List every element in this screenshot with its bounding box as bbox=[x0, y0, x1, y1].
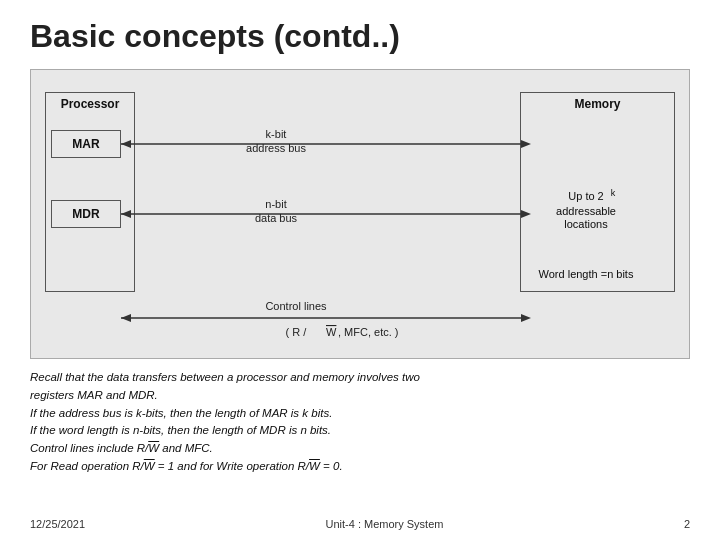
mdr-box: MDR bbox=[51, 200, 121, 228]
slide: Basic concepts (contd..) Processor MAR M… bbox=[0, 0, 720, 540]
body-line-2: registers MAR and MDR. bbox=[30, 387, 690, 405]
svg-text:data bus: data bus bbox=[255, 212, 298, 224]
footer-date: 12/25/2021 bbox=[30, 518, 85, 530]
memory-label: Memory bbox=[574, 93, 620, 111]
footer: 12/25/2021 Unit-4 : Memory System 2 bbox=[30, 518, 690, 530]
processor-box: Processor bbox=[45, 92, 135, 292]
svg-marker-16 bbox=[521, 314, 531, 322]
footer-page: 2 bbox=[684, 518, 690, 530]
svg-text:address bus: address bus bbox=[246, 142, 306, 154]
svg-text:Control lines: Control lines bbox=[265, 300, 327, 312]
memory-box: Memory bbox=[520, 92, 675, 292]
body-line-3: If the address bus is k-bits, then the l… bbox=[30, 405, 690, 423]
footer-unit: Unit-4 : Memory System bbox=[325, 518, 443, 530]
body-line-1: Recall that the data transfers between a… bbox=[30, 369, 690, 387]
mar-box: MAR bbox=[51, 130, 121, 158]
svg-marker-17 bbox=[121, 314, 131, 322]
diagram-area: Processor MAR MDR Memory k-bit address b… bbox=[30, 69, 690, 359]
body-line-4: If the word length is n-bits, then the l… bbox=[30, 422, 690, 440]
slide-title: Basic concepts (contd..) bbox=[30, 18, 690, 55]
mar-label: MAR bbox=[72, 137, 99, 151]
body-line-6: For Read operation R/W = 1 and for Write… bbox=[30, 458, 690, 476]
svg-text:k-bit: k-bit bbox=[266, 128, 287, 140]
body-line-5: Control lines include R/W and MFC. bbox=[30, 440, 690, 458]
processor-label: Processor bbox=[61, 93, 120, 111]
body-text: Recall that the data transfers between a… bbox=[30, 369, 690, 476]
svg-text:n-bit: n-bit bbox=[265, 198, 286, 210]
svg-text:( R /: ( R / bbox=[286, 326, 308, 338]
mdr-label: MDR bbox=[72, 207, 99, 221]
svg-text:, MFC, etc. ): , MFC, etc. ) bbox=[338, 326, 399, 338]
svg-text:W: W bbox=[326, 326, 337, 338]
